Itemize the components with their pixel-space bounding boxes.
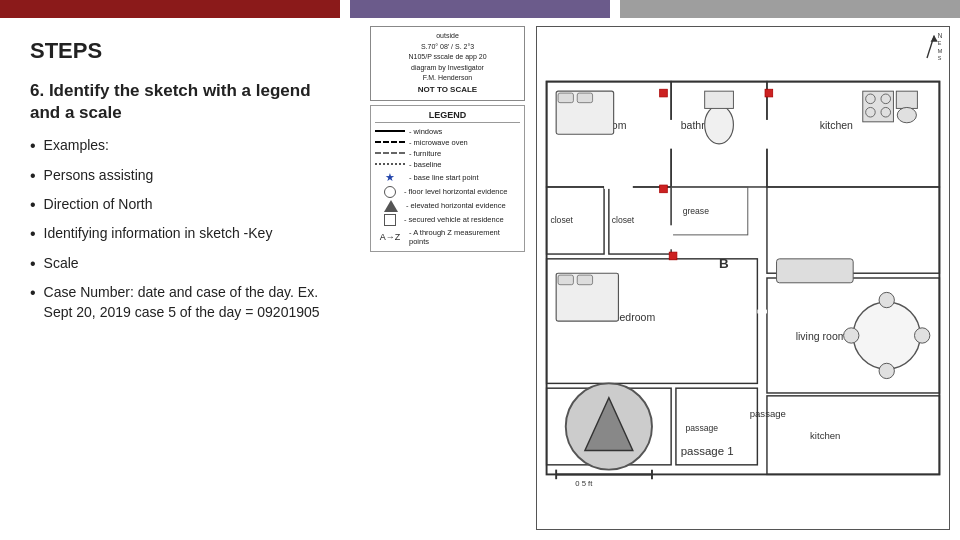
svg-text:passage 1: passage 1 xyxy=(681,445,734,457)
svg-rect-49 xyxy=(558,275,573,285)
svg-rect-53 xyxy=(660,89,668,97)
left-panel: STEPS 6. Identify the sketch with a lege… xyxy=(0,18,370,540)
svg-rect-32 xyxy=(577,93,592,103)
legend-start-point: ★ - base line start point xyxy=(375,171,520,184)
floorplan-container: N E M S bedroom xyxy=(536,26,950,530)
legend-line-dashed1 xyxy=(375,141,405,143)
legend-title: LEGEND xyxy=(375,110,520,123)
bar-purple xyxy=(350,0,610,18)
star-icon: ★ xyxy=(375,171,405,184)
triangle-icon xyxy=(384,200,398,212)
svg-text:0        5 ft: 0 5 ft xyxy=(575,479,593,488)
square-icon xyxy=(384,214,396,226)
svg-text:closet: closet xyxy=(612,215,635,225)
info-line5: F.M. Henderson xyxy=(375,73,520,84)
svg-rect-50 xyxy=(577,275,592,285)
bullet-list: Examples: Persons assisting Direction of… xyxy=(30,136,340,330)
bullet-persons: Persons assisting xyxy=(30,166,340,187)
svg-text:M: M xyxy=(938,48,943,54)
bullet-case-number: Case Number: date and case of the day. E… xyxy=(30,283,340,322)
svg-rect-34 xyxy=(705,91,734,108)
north-compass-icon: N E M S xyxy=(909,31,945,67)
svg-rect-28 xyxy=(767,396,939,475)
svg-point-46 xyxy=(915,328,930,343)
floorplan-svg: bedroom bathroom kitchen closet closet xyxy=(537,27,949,529)
svg-text:kitchen: kitchen xyxy=(820,119,853,131)
bullet-examples: Examples: xyxy=(30,136,340,157)
svg-point-45 xyxy=(844,328,859,343)
not-to-scale: NOT TO SCALE xyxy=(375,84,520,96)
diagram-area: outside S.70° 08' / S. 2°3 N105/P sscale… xyxy=(370,26,950,530)
legend-vehicle: - secured vehicle at residence xyxy=(375,214,520,226)
bullet-identifying: Identifying information in sketch -Key xyxy=(30,224,340,245)
main-heading: 6. Identify the sketch with a legend and… xyxy=(30,80,340,124)
bar-gap2 xyxy=(610,0,620,18)
svg-text:living room: living room xyxy=(796,330,847,342)
legend-line-solid xyxy=(375,130,405,132)
steps-title: STEPS xyxy=(30,38,340,64)
legend-baseline: - baseline xyxy=(375,160,520,169)
bar-gray xyxy=(620,0,960,18)
arrow-icon: A→Z xyxy=(375,232,405,242)
svg-text:N: N xyxy=(938,32,943,39)
bullet-north: Direction of North xyxy=(30,195,340,216)
svg-point-43 xyxy=(879,292,894,307)
legend-windows: - windows xyxy=(375,127,520,136)
svg-text:passage: passage xyxy=(686,423,719,433)
svg-marker-5 xyxy=(931,36,938,42)
info-line2: S.70° 08' / S. 2°3 xyxy=(375,42,520,53)
info-box: outside S.70° 08' / S. 2°3 N105/P sscale… xyxy=(370,26,525,101)
svg-rect-47 xyxy=(777,259,854,283)
top-bars xyxy=(0,0,960,18)
svg-text:kitchen: kitchen xyxy=(810,430,840,441)
legend-floor-evidence: - floor level horizontal evidence xyxy=(375,186,520,198)
bar-gap1 xyxy=(340,0,350,18)
svg-text:grease: grease xyxy=(683,206,710,216)
legend-measurement: A→Z - A through Z measurement points xyxy=(375,228,520,246)
legend-line-dashed2 xyxy=(375,152,405,154)
svg-rect-55 xyxy=(660,185,668,193)
legend-elevated-evidence: - elevated horizontal evidence xyxy=(375,200,520,212)
bar-red xyxy=(0,0,340,18)
svg-rect-56 xyxy=(669,252,677,260)
svg-rect-54 xyxy=(765,89,773,97)
svg-point-44 xyxy=(879,363,894,378)
svg-rect-31 xyxy=(558,93,573,103)
svg-point-42 xyxy=(853,302,920,369)
info-line3: N105/P sscale de app 20 xyxy=(375,52,520,63)
svg-point-33 xyxy=(705,106,734,144)
svg-rect-35 xyxy=(896,91,917,108)
main-content: STEPS 6. Identify the sketch with a lege… xyxy=(0,18,960,540)
right-panel: outside S.70° 08' / S. 2°3 N105/P sscale… xyxy=(370,18,960,540)
svg-text:E: E xyxy=(938,40,942,46)
legend-microwave: - microwave oven xyxy=(375,138,520,147)
circle-icon xyxy=(384,186,396,198)
bullet-scale: Scale xyxy=(30,254,340,275)
svg-text:B: B xyxy=(719,256,729,271)
info-line1: outside xyxy=(375,31,520,42)
legend-furniture: - furniture xyxy=(375,149,520,158)
svg-text:bedroom: bedroom xyxy=(614,311,656,323)
svg-text:closet: closet xyxy=(550,215,573,225)
svg-point-36 xyxy=(897,107,916,122)
legend-line-dotted xyxy=(375,163,405,165)
svg-text:S: S xyxy=(938,55,942,61)
svg-text:passage: passage xyxy=(750,408,786,419)
legend-box: LEGEND - windows - microwave oven - furn… xyxy=(370,105,525,252)
info-line4: diagram by Investigator xyxy=(375,63,520,74)
